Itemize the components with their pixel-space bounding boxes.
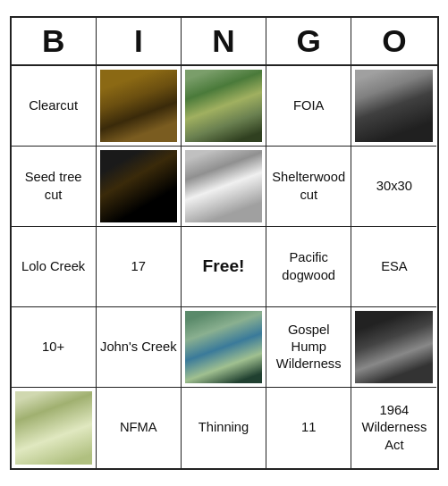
header-letter-g: G [266, 18, 351, 64]
cell-text-5: Seed tree cut [15, 169, 92, 203]
cell-image-19 [355, 311, 433, 383]
cell-text-3: FOIA [293, 97, 324, 114]
bingo-cell-4 [351, 66, 436, 147]
cell-text-14: ESA [381, 258, 407, 275]
bingo-cell-10: Lolo Creek [12, 227, 97, 307]
bingo-cell-0: Clearcut [12, 66, 97, 147]
cell-text-12: Free! [203, 256, 245, 278]
bingo-header: BINGO [12, 18, 437, 66]
cell-text-9: 30x30 [376, 178, 412, 195]
bingo-cell-24: 1964 Wilderness Act [351, 388, 436, 468]
bingo-cell-17 [182, 307, 266, 388]
bingo-cell-12: Free! [182, 227, 266, 307]
bingo-cell-13: Pacific dogwood [266, 227, 351, 307]
bingo-cell-15: 10+ [12, 307, 97, 388]
cell-text-24: 1964 Wilderness Act [355, 402, 433, 453]
bingo-cell-6 [97, 147, 182, 227]
cell-text-13: Pacific dogwood [270, 249, 347, 283]
bingo-cell-5: Seed tree cut [12, 147, 97, 227]
bingo-cell-14: ESA [351, 227, 436, 307]
bingo-grid: ClearcutFOIASeed tree cutShelterwood cut… [12, 66, 437, 468]
bingo-cell-19 [351, 307, 436, 388]
bingo-cell-2 [182, 66, 266, 147]
bingo-cell-7 [182, 147, 266, 227]
cell-text-10: Lolo Creek [21, 258, 85, 275]
cell-text-15: 10+ [42, 339, 64, 356]
bingo-cell-1 [97, 66, 182, 147]
bingo-cell-20 [12, 388, 97, 468]
bingo-cell-11: 17 [97, 227, 182, 307]
cell-image-17 [185, 311, 262, 383]
bingo-cell-3: FOIA [266, 66, 351, 147]
header-letter-i: I [97, 18, 182, 64]
header-letter-b: B [12, 18, 97, 64]
bingo-cell-8: Shelterwood cut [266, 147, 351, 227]
bingo-cell-21: NFMA [97, 388, 182, 468]
bingo-cell-9: 30x30 [351, 147, 436, 227]
header-letter-n: N [182, 18, 266, 64]
bingo-cell-18: Gospel Hump Wilderness [266, 307, 351, 388]
bingo-cell-16: John's Creek [97, 307, 182, 388]
cell-text-16: John's Creek [100, 339, 176, 356]
cell-text-23: 11 [301, 419, 316, 436]
cell-text-8: Shelterwood cut [270, 169, 347, 203]
header-letter-o: O [351, 18, 436, 64]
cell-text-0: Clearcut [29, 97, 78, 114]
cell-text-22: Thinning [199, 419, 249, 436]
cell-image-20 [15, 391, 92, 465]
bingo-cell-23: 11 [266, 388, 351, 468]
bingo-cell-22: Thinning [182, 388, 266, 468]
cell-text-21: NFMA [120, 419, 157, 436]
cell-image-1 [100, 70, 177, 142]
cell-text-18: Gospel Hump Wilderness [270, 322, 347, 373]
cell-image-6 [100, 150, 177, 222]
cell-image-2 [185, 70, 262, 142]
bingo-card: BINGO ClearcutFOIASeed tree cutShelterwo… [10, 16, 439, 470]
cell-image-7 [185, 150, 262, 222]
cell-image-4 [355, 70, 433, 142]
cell-text-11: 17 [131, 258, 146, 275]
